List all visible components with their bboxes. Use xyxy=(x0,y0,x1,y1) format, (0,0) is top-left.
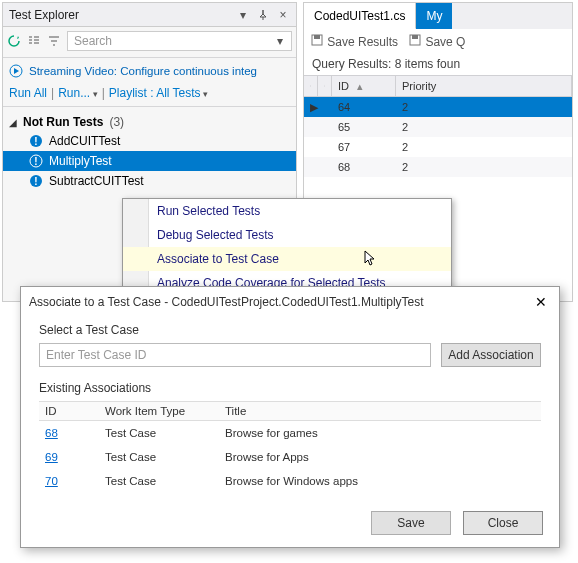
assoc-id-link[interactable]: 69 xyxy=(39,448,99,466)
test-explorer-titlebar: Test Explorer ▾ × xyxy=(3,3,296,27)
test-explorer-links: Run All | Run... | Playlist : All Tests xyxy=(3,82,296,104)
save-button[interactable]: Save xyxy=(371,511,451,535)
column-work-item-type[interactable]: Work Item Type xyxy=(99,402,219,420)
test-info-icon: ! xyxy=(29,154,43,168)
edit-icon[interactable] xyxy=(318,76,332,96)
tab-other[interactable]: My xyxy=(416,3,452,29)
assoc-type: Test Case xyxy=(99,472,219,490)
run-dropdown[interactable]: Run... xyxy=(58,86,98,100)
column-title[interactable]: Title xyxy=(219,402,541,420)
search-icon[interactable]: ▾ xyxy=(273,34,287,48)
streaming-text: Streaming Video: Configure continuous in… xyxy=(29,65,257,77)
dialog-titlebar: Associate to a Test Case - CodedUITestPr… xyxy=(21,287,559,317)
row-priority: 2 xyxy=(396,157,572,177)
query-row[interactable]: ▶642 xyxy=(304,97,572,117)
column-id[interactable]: ID xyxy=(39,402,99,420)
column-priority[interactable]: Priority xyxy=(396,76,572,96)
test-item-subtract[interactable]: ! SubtractCUITTest xyxy=(3,171,296,191)
query-result-text: Query Results: 8 items foun xyxy=(304,53,572,75)
query-row[interactable]: 682 xyxy=(304,157,572,177)
save-icon xyxy=(310,33,324,47)
dialog-close-icon[interactable]: ✕ xyxy=(531,294,551,310)
close-button[interactable]: Close xyxy=(463,511,543,535)
row-id: 68 xyxy=(332,157,396,177)
tab-codeduitest[interactable]: CodedUITest1.cs xyxy=(304,3,416,29)
row-priority: 2 xyxy=(396,97,572,117)
test-item-multiply[interactable]: ! MultiplyTest xyxy=(3,151,296,171)
group-count: (3) xyxy=(109,115,124,129)
document-tabs: CodedUITest1.cs My xyxy=(304,3,572,29)
test-group-not-run[interactable]: ◢ Not Run Tests (3) xyxy=(3,113,296,131)
save-icon xyxy=(408,33,422,47)
association-row[interactable]: 69Test CaseBrowse for Apps xyxy=(39,445,541,469)
svg-text:!: ! xyxy=(34,156,37,167)
row-priority: 2 xyxy=(396,137,572,157)
group-label: Not Run Tests xyxy=(23,115,103,129)
query-rows: ▶642652672682 xyxy=(304,97,572,177)
expand-icon[interactable]: ◢ xyxy=(9,117,19,128)
assoc-id-link[interactable]: 68 xyxy=(39,424,99,442)
context-menu-item[interactable]: Debug Selected Tests xyxy=(123,223,451,247)
existing-associations-label: Existing Associations xyxy=(39,381,541,395)
mouse-cursor-icon xyxy=(363,250,379,266)
video-icon xyxy=(9,64,23,78)
context-menu-item[interactable]: Run Selected Tests xyxy=(123,199,451,223)
playlist-dropdown[interactable]: Playlist : All Tests xyxy=(109,86,208,100)
test-item-label: MultiplyTest xyxy=(49,154,112,168)
assoc-title: Browse for games xyxy=(219,424,541,442)
save-query-button[interactable]: Save Q xyxy=(408,33,465,49)
row-id: 67 xyxy=(332,137,396,157)
svg-rect-8 xyxy=(314,35,320,39)
save-results-button[interactable]: Save Results xyxy=(310,33,398,49)
query-columns-header: ID ▴ Priority xyxy=(304,75,572,97)
row-id: 64 xyxy=(332,97,396,117)
test-explorer-title: Test Explorer xyxy=(9,8,236,22)
query-row[interactable]: 652 xyxy=(304,117,572,137)
associations-table: ID Work Item Type Title 68Test CaseBrows… xyxy=(39,401,541,493)
svg-text:!: ! xyxy=(34,136,37,147)
test-explorer-toolbar: ▾ xyxy=(3,27,296,55)
refresh-icon[interactable] xyxy=(7,34,21,48)
row-id: 65 xyxy=(332,117,396,137)
group-icon[interactable] xyxy=(27,34,41,48)
association-row[interactable]: 68Test CaseBrowse for games xyxy=(39,421,541,445)
streaming-link[interactable]: Streaming Video: Configure continuous in… xyxy=(3,60,296,82)
close-icon[interactable]: × xyxy=(276,8,290,22)
select-test-case-label: Select a Test Case xyxy=(39,323,541,337)
test-item-add[interactable]: ! AddCUITTest xyxy=(3,131,296,151)
svg-text:!: ! xyxy=(34,176,37,187)
test-tree: ◢ Not Run Tests (3) ! AddCUITTest ! Mult… xyxy=(3,109,296,195)
query-row[interactable]: 672 xyxy=(304,137,572,157)
test-info-icon: ! xyxy=(29,174,43,188)
search-box[interactable]: ▾ xyxy=(67,31,292,51)
link-icon[interactable] xyxy=(304,76,318,96)
assoc-type: Test Case xyxy=(99,448,219,466)
search-input[interactable] xyxy=(72,33,273,49)
assoc-id-link[interactable]: 70 xyxy=(39,472,99,490)
test-item-label: SubtractCUITTest xyxy=(49,174,144,188)
dropdown-icon[interactable]: ▾ xyxy=(236,8,250,22)
assoc-type: Test Case xyxy=(99,424,219,442)
associate-dialog: Associate to a Test Case - CodedUITestPr… xyxy=(20,286,560,548)
pin-icon[interactable] xyxy=(256,8,270,22)
association-row[interactable]: 70Test CaseBrowse for Windows apps xyxy=(39,469,541,493)
test-case-id-input[interactable]: Enter Test Case ID xyxy=(39,343,431,367)
test-info-icon: ! xyxy=(29,134,43,148)
test-item-label: AddCUITTest xyxy=(49,134,120,148)
column-id[interactable]: ID ▴ xyxy=(332,76,396,96)
run-all-link[interactable]: Run All xyxy=(9,86,47,100)
assoc-title: Browse for Apps xyxy=(219,448,541,466)
dialog-title: Associate to a Test Case - CodedUITestPr… xyxy=(29,295,531,309)
context-menu-item[interactable]: Associate to Test Case xyxy=(123,247,451,271)
query-toolbar: Save Results Save Q xyxy=(304,29,572,53)
add-association-button[interactable]: Add Association xyxy=(441,343,541,367)
assoc-title: Browse for Windows apps xyxy=(219,472,541,490)
row-priority: 2 xyxy=(396,117,572,137)
filter-icon[interactable] xyxy=(47,34,61,48)
svg-rect-10 xyxy=(412,35,418,39)
